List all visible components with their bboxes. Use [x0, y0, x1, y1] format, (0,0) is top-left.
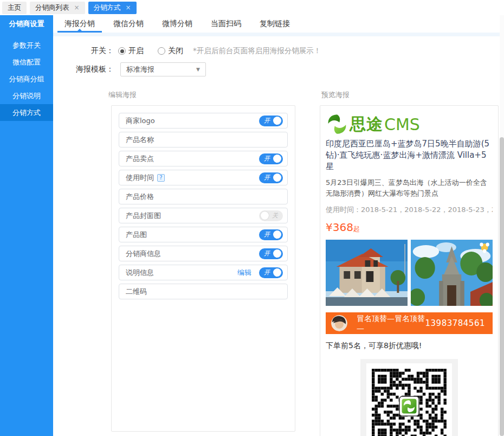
- brand-name-cn: 思途: [350, 113, 383, 136]
- editor-row-qrcode: 二维码: [119, 284, 288, 299]
- toggle-knob: [273, 249, 281, 258]
- toggle-knob: [273, 174, 281, 182]
- edit-note-link[interactable]: 编辑: [237, 268, 251, 278]
- toggle-knob: [273, 268, 281, 277]
- template-row: 海报模板： 标准海报 ▼: [53, 62, 206, 76]
- close-icon[interactable]: ×: [74, 4, 80, 11]
- preview-panel: 思途 CMS 印度尼西亚巴厘岛+蓝梦岛7日5晚半自助游(5钻)·直飞纯玩惠·蓝梦…: [320, 105, 499, 436]
- switch-row: 开关： 开启 关闭 *开启后前台页面将启用海报分销展示！: [53, 45, 321, 57]
- editor-row-cover-image: 产品封面图 关: [119, 208, 288, 223]
- window-tab-home[interactable]: 主页: [2, 2, 27, 14]
- toggle-distributor-info[interactable]: 开: [259, 248, 283, 259]
- toggle-knob: [273, 155, 281, 163]
- window-tab-distributor-list[interactable]: 分销商列表 ×: [30, 2, 85, 14]
- template-label: 海报模板：: [53, 65, 114, 74]
- radio-on-label: 开启: [128, 46, 144, 56]
- row-label: 说明信息: [126, 268, 154, 278]
- scrollbar-thumb[interactable]: [500, 137, 504, 436]
- qrcode-image: [372, 369, 447, 436]
- editor-row-distributor-info: 分销商信息 开: [119, 246, 288, 261]
- toggle-note-info[interactable]: 开: [259, 267, 283, 278]
- distributor-name: 冒名顶替—冒名顶替—: [357, 314, 425, 332]
- editor-row-selling-point: 产品卖点 开: [119, 151, 288, 166]
- row-label: 二维码: [126, 287, 147, 297]
- distributor-bar: 冒名顶替—冒名顶替— 13983784561: [326, 312, 493, 334]
- editor-row-product-image: 产品图 开: [119, 227, 288, 242]
- sidebar-header: 分销商设置: [0, 15, 53, 33]
- row-label: 产品名称: [126, 135, 154, 145]
- row-label: 分销商信息: [126, 249, 161, 259]
- row-label: 使用时间: [126, 173, 154, 183]
- editor-panel: 商家logo 开 产品名称 产品卖点 开 使用时间 ? 开 产品价格 产品封面图…: [111, 105, 295, 432]
- poster-template-select[interactable]: 标准海报 ▼: [120, 62, 206, 76]
- radio-off-label: 关闭: [168, 46, 183, 56]
- price-value: 368: [333, 221, 353, 234]
- photo-beach-building: [326, 240, 408, 306]
- toggle-knob: [273, 117, 281, 125]
- toggle-selling-point[interactable]: 开: [259, 153, 283, 164]
- switch-note: *开启后前台页面将启用海报分销展示！: [193, 46, 321, 56]
- window-tab-bar: 主页 分销商列表 × 分销方式 ×: [0, 0, 504, 15]
- editor-panel-title: 编辑海报: [108, 90, 137, 100]
- window-tab-distribution-method[interactable]: 分销方式 ×: [88, 2, 137, 14]
- distributor-avatar: [331, 315, 347, 331]
- tab-weibo-distribution[interactable]: 微博分销: [159, 15, 195, 33]
- content-tab-bar: 海报分销 微信分销 微博分销 当面扫码 复制链接: [53, 15, 504, 33]
- editor-row-product-price: 产品价格: [119, 189, 288, 204]
- product-price: ¥368起: [326, 221, 493, 234]
- editor-row-merchant-logo: 商家logo 开: [119, 113, 288, 129]
- sidebar-item-distribution-method[interactable]: 分销方式: [0, 104, 53, 121]
- photo-temple-gate: [411, 240, 493, 306]
- promo-note: 下单前5名，可享8折优惠哦!: [326, 341, 493, 351]
- close-icon[interactable]: ×: [126, 4, 131, 11]
- row-label: 产品卖点: [126, 154, 154, 164]
- toggle-knob: [261, 211, 269, 220]
- product-photos: [326, 240, 493, 306]
- product-title: 印度尼西亚巴厘岛+蓝梦岛7日5晚半自助游(5钻)·直飞纯玩惠·蓝梦出海+激情漂流…: [326, 138, 493, 172]
- radio-on[interactable]: 开启: [118, 46, 144, 56]
- tab-wechat-distribution[interactable]: 微信分销: [111, 15, 146, 33]
- row-label: 产品图: [126, 230, 147, 240]
- sidebar-item-wechat-config[interactable]: 微信配置: [0, 54, 53, 70]
- radio-on-icon: [118, 47, 126, 55]
- divider-strip: [53, 33, 504, 36]
- tab-poster-distribution[interactable]: 海报分销: [62, 15, 98, 33]
- main-content: 开关： 开启 关闭 *开启后前台页面将启用海报分销展示！ 海报模板： 标准海报 …: [53, 36, 504, 436]
- toggle-use-time[interactable]: 开: [259, 172, 283, 183]
- product-use-time: 使用时间：2018-5-21，2018-5-22，2018-5-23，2018-…: [326, 205, 493, 215]
- row-label: 商家logo: [126, 116, 155, 126]
- toggle-product-image[interactable]: 开: [259, 229, 283, 240]
- switch-label: 开关：: [53, 46, 114, 56]
- toggle-merchant-logo[interactable]: 开: [259, 116, 283, 126]
- editor-row-product-name: 产品名称: [119, 132, 288, 148]
- distributor-phone: 13983784561: [425, 318, 485, 328]
- dropdown-caret-icon: ▼: [196, 67, 200, 72]
- tab-copy-link[interactable]: 复制链接: [257, 15, 293, 33]
- qrcode-inner: [366, 363, 452, 436]
- toggle-cover-image[interactable]: 关: [259, 210, 283, 221]
- tab-face-scan[interactable]: 当面扫码: [208, 15, 244, 33]
- preview-panel-title: 预览海报: [321, 90, 350, 100]
- brand-swirl-icon: [326, 113, 348, 136]
- toggle-knob: [273, 230, 281, 239]
- sidebar-item-distribution-note[interactable]: 分销说明: [0, 87, 53, 104]
- price-currency: ¥: [326, 221, 333, 234]
- vertical-scrollbar: [500, 15, 504, 436]
- window-tab-label: 分销商列表: [35, 3, 69, 12]
- help-icon[interactable]: ?: [157, 174, 165, 182]
- editor-row-use-time: 使用时间 ? 开: [119, 170, 288, 185]
- sidebar-item-param-switch[interactable]: 参数开关: [0, 37, 53, 54]
- row-label: 产品价格: [126, 192, 154, 202]
- selected-template: 标准海报: [126, 65, 154, 74]
- window-tab-label: 分销方式: [94, 3, 121, 12]
- radio-off[interactable]: 关闭: [158, 46, 183, 56]
- price-suffix: 起: [353, 225, 360, 233]
- brand-name-en: CMS: [384, 115, 420, 134]
- editor-row-note-info: 说明信息 编辑 开: [119, 265, 288, 280]
- qrcode-block: [360, 359, 458, 436]
- brand-logo: 思途 CMS: [326, 112, 493, 136]
- sidebar: 分销商设置 参数开关 微信配置 分销商分组 分销说明 分销方式: [0, 15, 53, 436]
- radio-off-icon: [158, 47, 165, 55]
- window-tab-label: 主页: [8, 3, 21, 12]
- sidebar-item-distributor-group[interactable]: 分销商分组: [0, 70, 53, 87]
